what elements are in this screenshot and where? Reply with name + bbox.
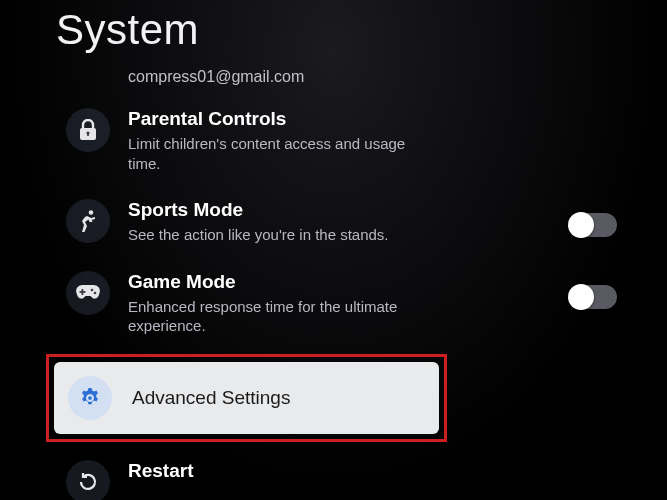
parental-controls-sub: Limit children's content access and usag… — [128, 134, 408, 173]
game-mode-texts: Game Mode Enhanced response time for the… — [128, 269, 551, 336]
sports-mode-title: Sports Mode — [128, 199, 551, 221]
toggle-knob — [568, 284, 594, 310]
sports-mode-sub: See the action like you're in the stands… — [128, 225, 408, 245]
restart-title: Restart — [128, 460, 647, 482]
parental-controls-texts: Parental Controls Limit children's conte… — [128, 106, 647, 173]
advanced-settings-row[interactable]: Advanced Settings — [54, 362, 439, 434]
svg-point-6 — [91, 288, 94, 291]
svg-point-7 — [94, 291, 97, 294]
lock-icon — [66, 108, 110, 152]
gamepad-icon — [66, 271, 110, 315]
game-mode-sub: Enhanced response time for the ultimate … — [128, 297, 408, 336]
settings-list: compress01@gmail.com Parental Controls L… — [56, 58, 657, 500]
sports-mode-texts: Sports Mode See the action like you're i… — [128, 197, 551, 245]
toggle-knob — [568, 212, 594, 238]
svg-rect-2 — [87, 133, 89, 136]
sports-mode-toggle[interactable] — [569, 213, 617, 237]
game-mode-row[interactable]: Game Mode Enhanced response time for the… — [56, 257, 657, 348]
parental-controls-row[interactable]: Parental Controls Limit children's conte… — [56, 94, 657, 185]
game-mode-title: Game Mode — [128, 271, 551, 293]
gear-icon — [68, 376, 112, 420]
svg-rect-5 — [80, 291, 86, 293]
sports-mode-row[interactable]: Sports Mode See the action like you're i… — [56, 185, 657, 257]
advanced-settings-title: Advanced Settings — [132, 387, 290, 409]
game-mode-toggle[interactable] — [569, 285, 617, 309]
restart-icon — [66, 460, 110, 501]
restart-row[interactable]: Restart — [56, 446, 657, 501]
page-title: System — [56, 6, 199, 54]
restart-texts: Restart — [128, 458, 647, 482]
account-email: compress01@gmail.com — [128, 68, 657, 86]
parental-controls-title: Parental Controls — [128, 108, 647, 130]
advanced-settings-selection: Advanced Settings — [46, 354, 447, 442]
running-icon — [66, 199, 110, 243]
svg-point-3 — [89, 210, 94, 215]
account-email-row[interactable]: compress01@gmail.com — [56, 58, 657, 94]
